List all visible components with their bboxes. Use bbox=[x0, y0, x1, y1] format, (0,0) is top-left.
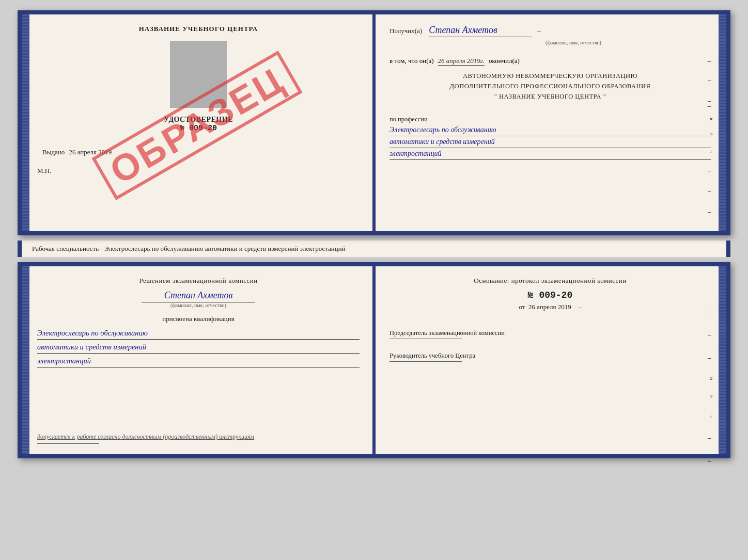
recipient-name: Степан Ахметов bbox=[429, 25, 532, 37]
texture-right-bottom bbox=[719, 266, 726, 454]
issued-label: Выдано bbox=[42, 148, 65, 156]
decision-text: Решением экзаменационной комиссии bbox=[37, 277, 360, 285]
certificate-number: № 009-20 bbox=[180, 124, 217, 133]
photo-placeholder bbox=[170, 41, 227, 108]
protocol-date-prefix: от bbox=[519, 303, 525, 311]
director-sig-line bbox=[389, 361, 462, 362]
dash-protocol: – bbox=[578, 303, 582, 311]
certificate-title: УДОСТОВЕРЕНИЕ bbox=[164, 116, 233, 124]
allowed-text-value: работе согласно должностным (производств… bbox=[76, 433, 254, 440]
completion-line: в том, что он(а) 26 апреля 2019г. окончи… bbox=[389, 57, 711, 66]
director-block: Руководитель учебного Центра bbox=[389, 352, 711, 370]
top-diploma-book: НАЗВАНИЕ УЧЕБНОГО ЦЕНТРА УДОСТОВЕРЕНИЕ №… bbox=[18, 10, 730, 235]
mp-label: М.П. bbox=[37, 167, 51, 175]
profession-line2: автоматики и средств измерений bbox=[389, 138, 711, 148]
completion-date: 26 апреля 2019г. bbox=[438, 57, 485, 66]
issued-date: Выдано 26 апреля 2019 bbox=[42, 148, 112, 156]
allowed-text: допускается к работе согласно должностны… bbox=[37, 433, 360, 441]
chairman-block: Председатель экзаменационной комиссии bbox=[389, 329, 711, 347]
in-that-label: в том, что он(а) bbox=[389, 57, 434, 65]
qual-line1: Электрослесарь по обслуживанию bbox=[37, 329, 360, 340]
texture-right bbox=[719, 14, 726, 231]
diploma-container: НАЗВАНИЕ УЧЕБНОГО ЦЕНТРА УДОСТОВЕРЕНИЕ №… bbox=[18, 10, 730, 458]
dash: – bbox=[537, 27, 541, 35]
basis-label: Основание: протокол экзаменационной коми… bbox=[389, 277, 711, 285]
profession-label: по профессии bbox=[389, 114, 711, 124]
director-title: Руководитель учебного Центра bbox=[389, 352, 711, 360]
qual-line2: автоматики и средств измерений bbox=[37, 343, 360, 354]
bottom-diploma-book: Решением экзаменационной комиссии Степан… bbox=[18, 262, 730, 458]
qualification-label: присвоена квалификация bbox=[37, 315, 360, 323]
specialty-bar: Рабочая специальность - Электрослесарь п… bbox=[18, 241, 730, 257]
protocol-date-value: 26 апреля 2019 bbox=[528, 303, 571, 311]
org-line3: " НАЗВАНИЕ УЧЕБНОГО ЦЕНТРА " bbox=[389, 91, 711, 102]
org-line2: ДОПОЛНИТЕЛЬНОГО ПРОФЕССИОНАЛЬНОГО ОБРАЗО… bbox=[389, 81, 711, 91]
dash2: – bbox=[708, 57, 711, 65]
protocol-date: от 26 апреля 2019 – bbox=[389, 303, 711, 311]
chairman-title: Председатель экзаменационной комиссии bbox=[389, 329, 711, 337]
bottom-left-panel: Решением экзаменационной комиссии Степан… bbox=[22, 266, 374, 454]
diploma-right-panel: Получил(а) Степан Ахметов – (фамилия, им… bbox=[374, 14, 726, 231]
bottom-right-panel: Основание: протокол экзаменационной коми… bbox=[374, 266, 726, 454]
recipient-subtitle: (фамилия, имя, отчество) bbox=[436, 40, 711, 45]
received-line: Получил(а) Степан Ахметов – bbox=[389, 25, 711, 37]
issued-date-value: 26 апреля 2019 bbox=[69, 148, 112, 156]
right-side-dashes-bottom: – – – и а ← – – bbox=[708, 308, 713, 465]
allowed-block: допускается к работе согласно должностны… bbox=[37, 425, 360, 444]
finished-label: окончил(а) bbox=[489, 57, 520, 65]
diploma-left-panel: НАЗВАНИЕ УЧЕБНОГО ЦЕНТРА УДОСТОВЕРЕНИЕ №… bbox=[22, 14, 374, 231]
qual-line3: электростанций bbox=[37, 357, 360, 367]
protocol-number: № 009-20 bbox=[389, 290, 711, 300]
org-line1: АВТОНОМНУЮ НЕКОММЕРЧЕСКУЮ ОРГАНИЗАЦИЮ bbox=[389, 71, 711, 81]
right-side-dashes: – – и а ← – – – bbox=[708, 76, 713, 216]
allowed-label: допускается к bbox=[37, 433, 75, 440]
person-name: Степан Ахметов bbox=[142, 290, 255, 302]
person-subtitle: (фамилия, имя, отчество) bbox=[37, 302, 360, 308]
texture-left-bottom bbox=[22, 266, 29, 454]
sign-line-bottom-left bbox=[37, 443, 99, 444]
profession-line1: Электрослесарь по обслуживанию bbox=[389, 126, 711, 136]
specialty-text: Рабочая специальность - Электрослесарь п… bbox=[32, 245, 346, 252]
school-name-header: НАЗВАНИЕ УЧЕБНОГО ЦЕНТРА bbox=[139, 25, 258, 33]
person-block: Степан Ахметов (фамилия, имя, отчество) bbox=[37, 290, 360, 308]
profession-line3: электростанций bbox=[389, 150, 711, 160]
chairman-sig-line bbox=[389, 339, 462, 339]
received-label: Получил(а) bbox=[389, 27, 422, 35]
